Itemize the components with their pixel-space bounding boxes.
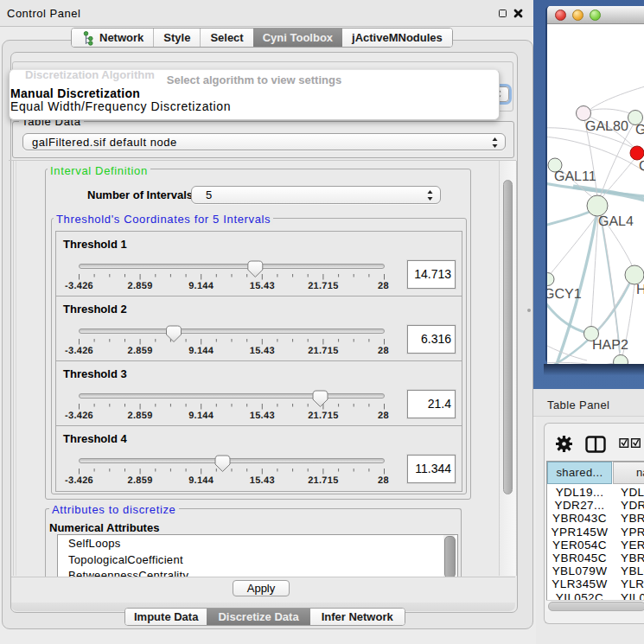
svg-text:15.43: 15.43 (250, 475, 275, 486)
svg-text:-3.426: -3.426 (65, 411, 93, 421)
svg-text:15.43: 15.43 (250, 411, 275, 421)
svg-text:9.144: 9.144 (188, 475, 214, 486)
svg-text:28: 28 (378, 411, 389, 421)
svg-text:GA: GA (635, 123, 644, 137)
svg-text:28: 28 (378, 346, 389, 356)
svg-text:2.859: 2.859 (128, 475, 153, 486)
svg-text:2.859: 2.859 (128, 281, 153, 291)
svg-text:-3.426: -3.426 (65, 475, 93, 486)
svg-text:15.43: 15.43 (250, 281, 275, 291)
svg-text:21.715: 21.715 (308, 281, 338, 291)
svg-text:9.144: 9.144 (188, 411, 214, 421)
svg-text:GAL11: GAL11 (554, 169, 596, 184)
svg-text:21.715: 21.715 (308, 411, 338, 421)
svg-text:21.715: 21.715 (308, 475, 338, 486)
svg-text:GAL4: GAL4 (598, 214, 634, 229)
svg-text:9.144: 9.144 (188, 281, 214, 291)
svg-text:15.43: 15.43 (250, 346, 275, 356)
svg-text:-3.426: -3.426 (65, 346, 93, 356)
svg-text:H: H (636, 283, 644, 297)
svg-text:2.859: 2.859 (128, 346, 153, 356)
svg-text:2.859: 2.859 (128, 411, 153, 421)
svg-text:GAL80: GAL80 (585, 119, 628, 134)
svg-text:21.715: 21.715 (308, 346, 338, 356)
svg-text:28: 28 (378, 281, 389, 291)
svg-text:HAP2: HAP2 (592, 338, 628, 353)
svg-text:9.144: 9.144 (188, 346, 214, 356)
svg-text:GCY1: GCY1 (547, 287, 582, 302)
svg-text:28: 28 (378, 475, 389, 486)
svg-text:C: C (639, 159, 644, 174)
svg-text:-3.426: -3.426 (65, 281, 93, 291)
